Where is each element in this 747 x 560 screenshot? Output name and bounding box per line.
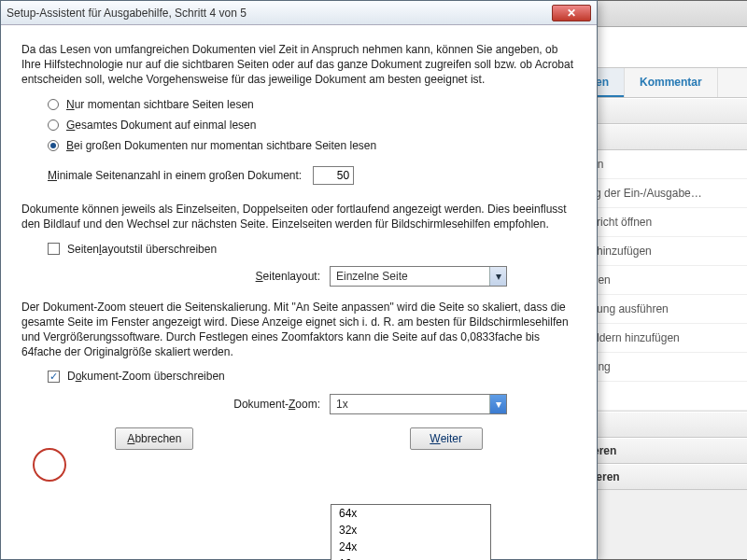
layout-combo[interactable]: Einzelne Seite ▾: [330, 266, 507, 287]
min-pages-input[interactable]: [313, 166, 354, 185]
zoom-combo[interactable]: 1x ▾: [330, 394, 507, 414]
zoom-intro: Der Dokument-Zoom steuert die Seitenskal…: [21, 300, 576, 360]
tab-kommentar[interactable]: Kommentar: [625, 68, 718, 97]
radio-whole-doc[interactable]: Gesamtes Dokument auf einmal lesen: [48, 118, 576, 133]
intro-text: Da das Lesen von umfangreichen Dokumente…: [21, 42, 576, 88]
override-zoom-check[interactable]: Dokument-Zoom überschreiben: [48, 369, 576, 384]
checkbox-icon: [48, 243, 60, 255]
next-button[interactable]: Weiter: [410, 427, 483, 450]
min-pages-row: Minimale Seitenanzahl in einem großen Do…: [48, 166, 576, 185]
zoom-option[interactable]: 32x: [331, 522, 490, 539]
wizard-titlebar: Setup-Assistent für Ausgabehilfe, Schrit…: [1, 1, 597, 25]
chevron-down-icon: ▾: [489, 267, 506, 286]
button-row: Abbrechen ~~~~~~~~~~~~~~~~~~~~~~~~~~~ We…: [21, 427, 576, 450]
wizard-dialog: Setup-Assistent für Ausgabehilfe, Schrit…: [0, 0, 598, 560]
radio-icon: [48, 140, 59, 151]
override-layout-check[interactable]: Seitenlayoutstil überschreiben: [48, 242, 576, 257]
close-icon[interactable]: ✕: [552, 5, 591, 21]
radio-icon: [48, 99, 59, 110]
radio-icon: [48, 119, 59, 131]
chevron-down-icon: ▾: [489, 395, 506, 413]
radio-visible-pages[interactable]: Nur momentan sichtbare Seiten lesen: [48, 97, 576, 112]
layout-combo-row: Seitenlayout: Einzelne Seite ▾: [21, 266, 576, 287]
layout-label: Seitenlayout:: [21, 269, 320, 284]
zoom-dropdown-list[interactable]: 64x 32x 24x 16x 8x ▴ ▾: [331, 504, 491, 560]
zoom-option[interactable]: 16x: [331, 555, 490, 560]
wizard-body: Da das Lesen von umfangreichen Dokumente…: [1, 25, 597, 467]
checkbox-icon: [48, 371, 60, 383]
layout-intro: Dokumente können jeweils als Einzelseite…: [21, 202, 576, 231]
zoom-combo-row: Dokument-Zoom: 1x ▾: [21, 394, 576, 414]
cancel-button[interactable]: Abbrechen: [115, 427, 193, 450]
zoom-label: Dokument-Zoom:: [21, 397, 320, 412]
wizard-title: Setup-Assistent für Ausgabehilfe, Schrit…: [7, 7, 552, 20]
zoom-option[interactable]: 64x: [331, 505, 490, 522]
zoom-option[interactable]: 24x: [331, 539, 490, 555]
min-pages-label: Minimale Seitenanzahl in einem großen Do…: [48, 168, 302, 183]
radio-large-docs[interactable]: Bei großen Dokumenten nur momentan sicht…: [48, 138, 576, 153]
